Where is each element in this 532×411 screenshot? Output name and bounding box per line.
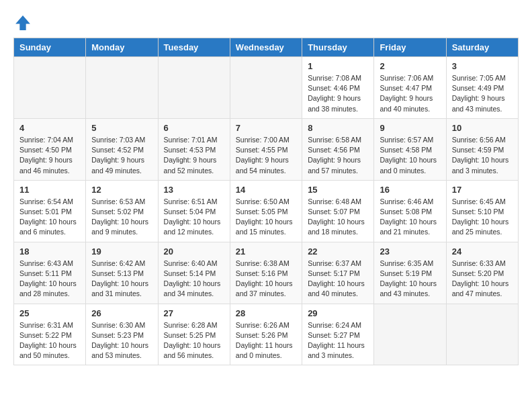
weekday-header: Thursday <box>302 38 374 57</box>
weekday-header: Monday <box>86 38 158 57</box>
calendar-cell: 3Sunrise: 7:05 AM Sunset: 4:49 PM Daylig… <box>446 57 518 119</box>
day-info: Sunrise: 7:08 AM Sunset: 4:46 PM Dayligh… <box>308 73 368 114</box>
calendar-cell: 24Sunrise: 6:33 AM Sunset: 5:20 PM Dayli… <box>446 242 518 304</box>
day-info: Sunrise: 6:26 AM Sunset: 5:26 PM Dayligh… <box>236 320 296 361</box>
day-number: 11 <box>19 185 80 195</box>
day-number: 14 <box>236 185 296 195</box>
day-number: 29 <box>308 308 368 318</box>
calendar-table: SundayMondayTuesdayWednesdayThursdayFrid… <box>13 38 519 365</box>
weekday-header: Tuesday <box>158 38 230 57</box>
day-number: 13 <box>164 185 224 195</box>
calendar-cell <box>446 304 518 365</box>
day-info: Sunrise: 6:54 AM Sunset: 5:01 PM Dayligh… <box>19 197 80 238</box>
day-number: 16 <box>380 185 440 195</box>
day-info: Sunrise: 7:03 AM Sunset: 4:52 PM Dayligh… <box>91 135 152 176</box>
day-number: 1 <box>308 61 368 71</box>
day-info: Sunrise: 6:48 AM Sunset: 5:07 PM Dayligh… <box>308 197 368 238</box>
calendar-cell <box>374 304 446 365</box>
calendar-cell: 21Sunrise: 6:38 AM Sunset: 5:16 PM Dayli… <box>230 242 302 304</box>
day-number: 7 <box>236 123 296 133</box>
day-number: 27 <box>164 308 224 318</box>
calendar-cell: 26Sunrise: 6:30 AM Sunset: 5:23 PM Dayli… <box>86 304 158 365</box>
weekday-header: Sunday <box>14 38 86 57</box>
day-info: Sunrise: 6:38 AM Sunset: 5:16 PM Dayligh… <box>236 259 296 300</box>
day-number: 10 <box>452 123 513 133</box>
calendar-week-row: 4Sunrise: 7:04 AM Sunset: 4:50 PM Daylig… <box>14 118 519 180</box>
day-number: 17 <box>452 185 513 195</box>
day-info: Sunrise: 6:40 AM Sunset: 5:14 PM Dayligh… <box>164 259 224 300</box>
day-info: Sunrise: 6:42 AM Sunset: 5:13 PM Dayligh… <box>91 259 152 300</box>
day-info: Sunrise: 6:43 AM Sunset: 5:11 PM Dayligh… <box>19 259 80 300</box>
svg-marker-0 <box>15 15 30 30</box>
calendar-header-row: SundayMondayTuesdayWednesdayThursdayFrid… <box>14 38 519 57</box>
day-info: Sunrise: 6:51 AM Sunset: 5:04 PM Dayligh… <box>164 197 224 238</box>
day-number: 25 <box>19 308 80 318</box>
calendar-cell <box>230 57 302 119</box>
calendar-cell: 12Sunrise: 6:53 AM Sunset: 5:02 PM Dayli… <box>86 180 158 242</box>
day-number: 2 <box>380 61 440 71</box>
day-number: 6 <box>164 123 224 133</box>
calendar-cell: 28Sunrise: 6:26 AM Sunset: 5:26 PM Dayli… <box>230 304 302 365</box>
day-info: Sunrise: 6:37 AM Sunset: 5:17 PM Dayligh… <box>308 259 368 300</box>
day-number: 24 <box>452 246 513 257</box>
calendar-week-row: 25Sunrise: 6:31 AM Sunset: 5:22 PM Dayli… <box>14 304 519 365</box>
weekday-header: Saturday <box>446 38 518 57</box>
logo-icon <box>13 13 32 32</box>
day-number: 4 <box>19 123 80 133</box>
day-number: 12 <box>91 185 152 195</box>
day-info: Sunrise: 7:06 AM Sunset: 4:47 PM Dayligh… <box>380 73 440 114</box>
header <box>13 11 519 32</box>
calendar-cell: 5Sunrise: 7:03 AM Sunset: 4:52 PM Daylig… <box>86 118 158 180</box>
calendar-cell: 9Sunrise: 6:57 AM Sunset: 4:58 PM Daylig… <box>374 118 446 180</box>
day-number: 18 <box>19 246 80 257</box>
day-number: 19 <box>91 246 152 257</box>
day-info: Sunrise: 6:30 AM Sunset: 5:23 PM Dayligh… <box>91 320 152 361</box>
day-info: Sunrise: 7:05 AM Sunset: 4:49 PM Dayligh… <box>452 73 513 114</box>
calendar-cell: 11Sunrise: 6:54 AM Sunset: 5:01 PM Dayli… <box>14 180 86 242</box>
calendar-cell: 23Sunrise: 6:35 AM Sunset: 5:19 PM Dayli… <box>374 242 446 304</box>
day-info: Sunrise: 6:58 AM Sunset: 4:56 PM Dayligh… <box>308 135 368 176</box>
calendar-cell: 15Sunrise: 6:48 AM Sunset: 5:07 PM Dayli… <box>302 180 374 242</box>
day-info: Sunrise: 6:28 AM Sunset: 5:25 PM Dayligh… <box>164 320 224 361</box>
day-info: Sunrise: 6:45 AM Sunset: 5:10 PM Dayligh… <box>452 197 513 238</box>
calendar-cell: 16Sunrise: 6:46 AM Sunset: 5:08 PM Dayli… <box>374 180 446 242</box>
calendar-cell: 29Sunrise: 6:24 AM Sunset: 5:27 PM Dayli… <box>302 304 374 365</box>
day-info: Sunrise: 6:53 AM Sunset: 5:02 PM Dayligh… <box>91 197 152 238</box>
day-info: Sunrise: 6:46 AM Sunset: 5:08 PM Dayligh… <box>380 197 440 238</box>
calendar-cell: 2Sunrise: 7:06 AM Sunset: 4:47 PM Daylig… <box>374 57 446 119</box>
calendar-week-row: 11Sunrise: 6:54 AM Sunset: 5:01 PM Dayli… <box>14 180 519 242</box>
calendar-cell: 25Sunrise: 6:31 AM Sunset: 5:22 PM Dayli… <box>14 304 86 365</box>
day-info: Sunrise: 6:57 AM Sunset: 4:58 PM Dayligh… <box>380 135 440 176</box>
calendar-cell: 4Sunrise: 7:04 AM Sunset: 4:50 PM Daylig… <box>14 118 86 180</box>
calendar-cell: 20Sunrise: 6:40 AM Sunset: 5:14 PM Dayli… <box>158 242 230 304</box>
day-number: 23 <box>380 246 440 257</box>
logo <box>13 13 35 32</box>
day-info: Sunrise: 6:33 AM Sunset: 5:20 PM Dayligh… <box>452 259 513 300</box>
day-info: Sunrise: 6:31 AM Sunset: 5:22 PM Dayligh… <box>19 320 80 361</box>
calendar-cell: 13Sunrise: 6:51 AM Sunset: 5:04 PM Dayli… <box>158 180 230 242</box>
calendar-week-row: 1Sunrise: 7:08 AM Sunset: 4:46 PM Daylig… <box>14 57 519 119</box>
day-info: Sunrise: 7:00 AM Sunset: 4:55 PM Dayligh… <box>236 135 296 176</box>
weekday-header: Friday <box>374 38 446 57</box>
calendar-cell: 7Sunrise: 7:00 AM Sunset: 4:55 PM Daylig… <box>230 118 302 180</box>
day-number: 15 <box>308 185 368 195</box>
page-container: SundayMondayTuesdayWednesdayThursdayFrid… <box>0 0 532 376</box>
calendar-cell <box>14 57 86 119</box>
day-info: Sunrise: 6:35 AM Sunset: 5:19 PM Dayligh… <box>380 259 440 300</box>
weekday-header: Wednesday <box>230 38 302 57</box>
calendar-cell: 1Sunrise: 7:08 AM Sunset: 4:46 PM Daylig… <box>302 57 374 119</box>
day-info: Sunrise: 7:04 AM Sunset: 4:50 PM Dayligh… <box>19 135 80 176</box>
day-info: Sunrise: 6:56 AM Sunset: 4:59 PM Dayligh… <box>452 135 513 176</box>
calendar-cell: 18Sunrise: 6:43 AM Sunset: 5:11 PM Dayli… <box>14 242 86 304</box>
calendar-cell: 17Sunrise: 6:45 AM Sunset: 5:10 PM Dayli… <box>446 180 518 242</box>
calendar-cell: 14Sunrise: 6:50 AM Sunset: 5:05 PM Dayli… <box>230 180 302 242</box>
day-number: 26 <box>91 308 152 318</box>
day-number: 5 <box>91 123 152 133</box>
calendar-cell: 27Sunrise: 6:28 AM Sunset: 5:25 PM Dayli… <box>158 304 230 365</box>
day-info: Sunrise: 6:50 AM Sunset: 5:05 PM Dayligh… <box>236 197 296 238</box>
day-info: Sunrise: 7:01 AM Sunset: 4:53 PM Dayligh… <box>164 135 224 176</box>
calendar-cell: 8Sunrise: 6:58 AM Sunset: 4:56 PM Daylig… <box>302 118 374 180</box>
day-info: Sunrise: 6:24 AM Sunset: 5:27 PM Dayligh… <box>308 320 368 361</box>
calendar-week-row: 18Sunrise: 6:43 AM Sunset: 5:11 PM Dayli… <box>14 242 519 304</box>
calendar-cell: 19Sunrise: 6:42 AM Sunset: 5:13 PM Dayli… <box>86 242 158 304</box>
